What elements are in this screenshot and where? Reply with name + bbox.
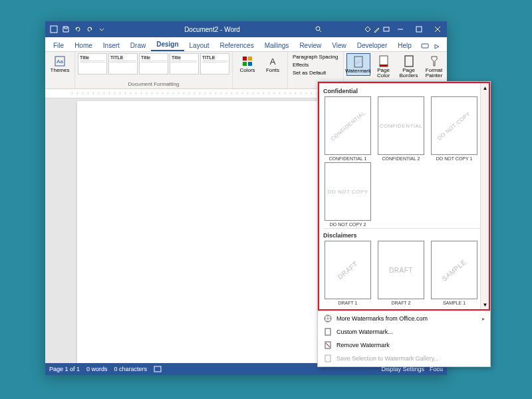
colors-button[interactable]: Colors [235, 53, 259, 74]
svg-rect-20 [325, 329, 331, 335]
effects-button[interactable]: Effects [291, 61, 340, 68]
watermark-gallery: Confidential CONFIDENTIAL CONFIDENTIAL 1… [318, 82, 490, 311]
status-chars[interactable]: 0 characters [114, 366, 148, 372]
ribbon-group-colors-fonts: Colors A Fonts [233, 52, 288, 88]
comments-icon[interactable] [420, 42, 430, 51]
svg-text:A: A [270, 57, 276, 66]
tab-file[interactable]: File [48, 40, 69, 51]
tab-design[interactable]: Design [151, 39, 184, 51]
tab-mailings[interactable]: Mailings [259, 40, 295, 51]
gallery-section-label: Confidential [323, 86, 485, 96]
close-button[interactable] [428, 21, 447, 37]
ribbon-group-doc-format: Title TITLE Title Title TITLE Document F… [75, 52, 233, 88]
watermark-thumb-donotcopy-1[interactable]: DO NOT COPY DO NOT COPY 1 [430, 96, 479, 161]
themes-icon: Aa [53, 55, 66, 68]
minimize-button[interactable] [391, 21, 410, 37]
watermark-thumb-sample-1[interactable]: SAMPLE SAMPLE 1 [430, 241, 479, 305]
svg-rect-7 [243, 57, 247, 61]
colors-icon [241, 55, 254, 68]
watermark-dropdown: Confidential CONFIDENTIAL CONFIDENTIAL 1… [317, 81, 491, 367]
share-icon[interactable] [432, 42, 442, 51]
themes-button[interactable]: Aa Themes [48, 53, 72, 74]
save-icon[interactable] [61, 25, 70, 34]
status-page[interactable]: Page 1 of 1 [49, 366, 80, 372]
svg-rect-4 [422, 44, 428, 48]
tab-draw[interactable]: Draw [125, 40, 151, 51]
format-painter-button[interactable]: Format Painter [422, 53, 446, 80]
page-borders-icon [402, 55, 416, 68]
maximize-button[interactable] [410, 21, 428, 37]
style-set-thumb[interactable]: TITLE [108, 53, 138, 74]
tab-layout[interactable]: Layout [184, 40, 215, 51]
svg-rect-10 [248, 62, 252, 66]
svg-point-1 [316, 27, 320, 31]
set-default-button[interactable]: Set as Default [291, 69, 340, 76]
svg-rect-9 [243, 62, 247, 66]
tab-help[interactable]: Help [392, 40, 417, 51]
watermark-thumb-confidential-2[interactable]: CONFIDENTIAL CONFIDENTIAL 2 [376, 96, 426, 161]
save-selection-icon [323, 354, 332, 363]
status-words[interactable]: 0 words [86, 366, 108, 372]
watermark-icon: ABC [352, 55, 365, 68]
remove-watermark-item[interactable]: Remove Watermark [318, 338, 490, 352]
custom-watermark-icon [323, 327, 332, 336]
format-painter-icon [428, 55, 441, 68]
more-watermarks-item[interactable]: More Watermarks from Office.com ▸ [318, 312, 490, 325]
custom-watermark-item[interactable]: Custom Watermark... [318, 325, 490, 338]
paragraph-spacing-button[interactable]: Paragraph Spacing [291, 53, 340, 61]
scroll-down-icon[interactable]: ▼ [481, 300, 489, 309]
tab-references[interactable]: References [215, 40, 259, 51]
style-set-thumb[interactable]: Title [78, 53, 107, 74]
svg-rect-22 [325, 355, 331, 362]
status-spellcheck-icon[interactable] [154, 366, 162, 372]
style-set-thumb[interactable]: TITLE [200, 53, 229, 74]
watermark-menu: More Watermarks from Office.com ▸ Custom… [318, 311, 490, 366]
svg-rect-0 [51, 26, 57, 33]
redo-icon[interactable] [85, 25, 94, 34]
svg-rect-3 [416, 27, 422, 32]
gallery-scrollbar[interactable]: ▲ ▼ [480, 83, 489, 309]
ribbon-display-icon[interactable] [382, 25, 391, 34]
watermark-thumb-confidential-1[interactable]: CONFIDENTIAL CONFIDENTIAL 1 [323, 96, 372, 161]
ribbon-tabs: File Home Insert Draw Design Layout Refe… [45, 37, 447, 52]
search-icon[interactable] [314, 25, 323, 34]
watermark-thumb-donotcopy-2[interactable]: DO NOT COPY DO NOT COPY 2 [323, 162, 372, 227]
svg-rect-18 [154, 366, 161, 372]
tab-review[interactable]: Review [294, 40, 327, 51]
titlebar: Document2 - Word [45, 21, 447, 37]
style-set-thumb[interactable]: Title [139, 53, 168, 74]
svg-text:ABC: ABC [354, 59, 362, 66]
pen-icon[interactable] [372, 25, 382, 34]
style-set-thumb[interactable]: Title [170, 53, 199, 74]
gallery-section-label: Disclaimers [323, 230, 485, 241]
svg-rect-16 [405, 56, 413, 66]
window-title: Document2 - Word [110, 26, 314, 33]
tab-developer[interactable]: Developer [352, 40, 393, 51]
fonts-icon: A [266, 55, 279, 68]
remove-watermark-icon [323, 340, 332, 350]
watermark-thumb-draft-2[interactable]: DRAFT DRAFT 2 [376, 241, 426, 305]
autosave-icon[interactable] [49, 25, 59, 34]
tab-insert[interactable]: Insert [98, 40, 125, 51]
scroll-up-icon[interactable]: ▲ [481, 83, 489, 92]
page-color-icon [377, 55, 390, 68]
globe-icon [323, 314, 332, 323]
tab-view[interactable]: View [327, 40, 352, 51]
ribbon-group-themes: Aa Themes [45, 52, 75, 88]
tab-home[interactable]: Home [69, 40, 98, 51]
watermark-button[interactable]: ABC Watermark [346, 53, 370, 76]
qat-more-icon[interactable] [97, 25, 106, 34]
svg-text:Aa: Aa [57, 59, 63, 65]
page-borders-button[interactable]: Page Borders [397, 53, 421, 80]
svg-rect-2 [384, 27, 389, 31]
svg-rect-15 [380, 65, 388, 66]
quick-access-toolbar [45, 25, 110, 34]
undo-icon[interactable] [73, 25, 82, 34]
page-color-button[interactable]: Page Color [372, 53, 396, 80]
chevron-right-icon: ▸ [482, 316, 485, 322]
watermark-thumb-draft-1[interactable]: DRAFT DRAFT 1 [323, 241, 372, 305]
svg-rect-8 [248, 57, 252, 61]
fonts-button[interactable]: A Fonts [261, 53, 285, 74]
diamond-icon[interactable] [363, 25, 372, 34]
window-controls [391, 21, 447, 37]
